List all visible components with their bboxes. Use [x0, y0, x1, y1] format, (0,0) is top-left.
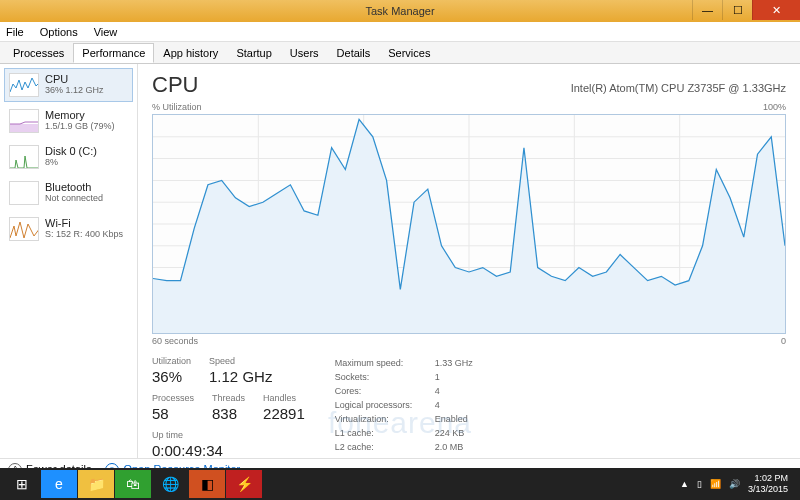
tray-volume-icon[interactable]: 🔊 — [729, 479, 740, 489]
time-axis-label: 60 seconds — [152, 336, 198, 346]
menu-view[interactable]: View — [94, 26, 118, 38]
sidebar-item-bluetooth[interactable]: BluetoothNot connected — [4, 176, 133, 210]
tray-battery-icon[interactable]: ▯ — [697, 479, 702, 489]
wifi-mini-icon — [9, 217, 39, 241]
zero-axis-label: 0 — [781, 336, 786, 346]
window-controls: — ☐ ✕ — [692, 0, 800, 22]
detail-logical-procs: 4 — [435, 398, 440, 412]
sidebar-item-disk[interactable]: Disk 0 (C:)8% — [4, 140, 133, 174]
tray-clock[interactable]: 1:02 PM3/13/2015 — [748, 473, 788, 495]
tray-up-icon[interactable]: ▲ — [680, 479, 689, 489]
tab-app-history[interactable]: App history — [154, 43, 227, 63]
tab-users[interactable]: Users — [281, 43, 328, 63]
taskbar-folder-icon[interactable]: 📁 — [78, 470, 114, 498]
disk-mini-icon — [9, 145, 39, 169]
detail-max-speed: 1.33 GHz — [435, 356, 473, 370]
taskbar: ⊞ e 📁 🛍 🌐 ◧ ⚡ ▲ ▯ 📶 🔊 1:02 PM3/13/2015 — [0, 468, 800, 500]
taskbar-app1-icon[interactable]: ◧ — [189, 470, 225, 498]
stat-threads: 838 — [212, 405, 245, 422]
detail-virtualization: Enabled — [435, 412, 468, 426]
title-bar: Task Manager — ☐ ✕ — [0, 0, 800, 22]
menu-bar: File Options View — [0, 22, 800, 42]
memory-mini-icon — [9, 109, 39, 133]
minimize-button[interactable]: — — [692, 0, 722, 20]
svg-rect-0 — [10, 124, 39, 133]
taskbar-store-icon[interactable]: 🛍 — [115, 470, 151, 498]
page-title: CPU — [152, 72, 198, 98]
tab-bar: Processes Performance App history Startu… — [0, 42, 800, 64]
taskbar-app2-icon[interactable]: ⚡ — [226, 470, 262, 498]
sidebar-item-memory[interactable]: Memory1.5/1.9 GB (79%) — [4, 104, 133, 138]
tab-processes[interactable]: Processes — [4, 43, 73, 63]
sidebar-item-wifi[interactable]: Wi-FiS: 152 R: 400 Kbps — [4, 212, 133, 246]
bluetooth-mini-icon — [9, 181, 39, 205]
tab-services[interactable]: Services — [379, 43, 439, 63]
util-axis-label: % Utilization — [152, 102, 202, 112]
close-button[interactable]: ✕ — [752, 0, 800, 20]
menu-file[interactable]: File — [6, 26, 24, 38]
system-tray[interactable]: ▲ ▯ 📶 🔊 1:02 PM3/13/2015 — [680, 473, 796, 495]
cpu-chart — [152, 114, 786, 334]
detail-l1-cache: 224 KB — [435, 426, 465, 440]
stat-speed: 1.12 GHz — [209, 368, 272, 385]
stat-handles: 22891 — [263, 405, 305, 422]
start-button[interactable]: ⊞ — [4, 470, 40, 498]
stats-block: Utilization36% Speed1.12 GHz Processes58… — [152, 356, 786, 459]
stat-uptime: 0:00:49:34 — [152, 442, 305, 459]
window-title: Task Manager — [365, 5, 434, 17]
detail-cores: 4 — [435, 384, 440, 398]
main-panel: CPU Intel(R) Atom(TM) CPU Z3735F @ 1.33G… — [138, 64, 800, 458]
tab-performance[interactable]: Performance — [73, 43, 154, 63]
detail-l2-cache: 2.0 MB — [435, 440, 464, 454]
detail-sockets: 1 — [435, 370, 440, 384]
taskbar-ie-icon[interactable]: e — [41, 470, 77, 498]
tray-wifi-icon[interactable]: 📶 — [710, 479, 721, 489]
tab-startup[interactable]: Startup — [227, 43, 280, 63]
stat-utilization: 36% — [152, 368, 191, 385]
tab-details[interactable]: Details — [328, 43, 380, 63]
sidebar: CPU36% 1.12 GHz Memory1.5/1.9 GB (79%) D… — [0, 64, 138, 458]
cpu-model-name: Intel(R) Atom(TM) CPU Z3735F @ 1.33GHz — [571, 82, 786, 94]
taskbar-chrome-icon[interactable]: 🌐 — [152, 470, 188, 498]
max-axis-label: 100% — [763, 102, 786, 112]
stat-processes: 58 — [152, 405, 194, 422]
menu-options[interactable]: Options — [40, 26, 78, 38]
cpu-mini-icon — [9, 73, 39, 97]
sidebar-item-cpu[interactable]: CPU36% 1.12 GHz — [4, 68, 133, 102]
maximize-button[interactable]: ☐ — [722, 0, 752, 20]
